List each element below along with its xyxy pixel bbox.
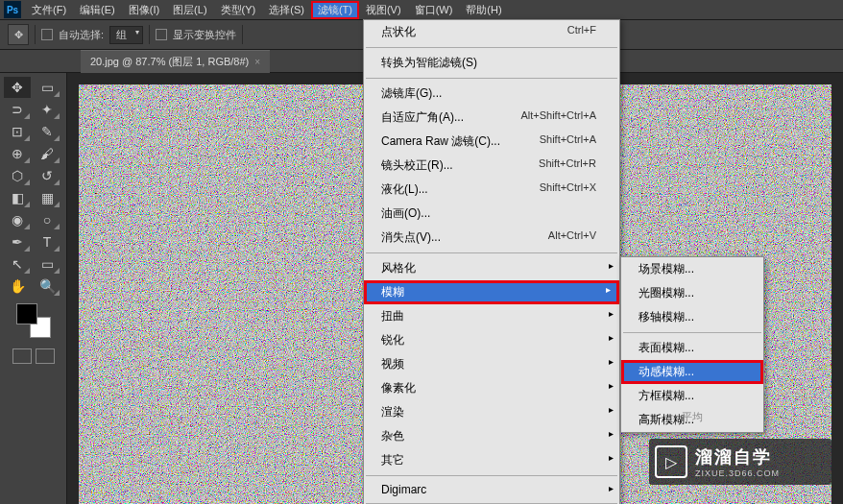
menu-file[interactable]: 文件(F)	[25, 1, 73, 19]
type-tool[interactable]: T	[34, 231, 60, 252]
submenu-item-surface-blur[interactable]: 表面模糊...	[621, 336, 763, 360]
standard-mode-icon[interactable]	[12, 348, 32, 364]
filter-menu: 点状化 Ctrl+F 转换为智能滤镜(S) 滤镜库(G)... 自适应广角(A)…	[363, 19, 620, 504]
zoom-tool[interactable]: 🔍	[34, 276, 60, 297]
menu-item-adaptive-wide[interactable]: 自适应广角(A)... Alt+Shift+Ctrl+A	[364, 106, 619, 130]
menu-image[interactable]: 图像(I)	[122, 1, 166, 19]
dodge-tool[interactable]: ○	[34, 209, 60, 230]
watermark-title: 溜溜自学	[695, 445, 780, 468]
auto-select-dropdown[interactable]: 组	[109, 26, 143, 44]
submenu-item-motion-blur[interactable]: 动感模糊...	[621, 360, 763, 384]
menu-item-vanishing-point[interactable]: 消失点(V)... Alt+Ctrl+V	[364, 226, 619, 250]
menu-item-render[interactable]: 渲染	[364, 400, 619, 424]
menu-item-blur[interactable]: 模糊	[364, 280, 619, 304]
history-brush-tool[interactable]: ↺	[34, 165, 60, 186]
show-transform-checkbox[interactable]	[156, 29, 167, 40]
clone-stamp-tool[interactable]: ⬡	[4, 165, 31, 186]
menu-item-liquify[interactable]: 液化(L)... Shift+Ctrl+X	[364, 178, 619, 202]
menu-item-noise[interactable]: 杂色	[364, 424, 619, 448]
move-tool[interactable]: ✥	[4, 77, 31, 98]
eyedropper-tool[interactable]: ✎	[34, 121, 60, 142]
menu-filter[interactable]: 滤镜(T)	[311, 1, 359, 19]
path-selection-tool[interactable]: ↖	[4, 253, 31, 275]
menu-select[interactable]: 选择(S)	[262, 1, 311, 19]
menu-type[interactable]: 类型(Y)	[214, 1, 263, 19]
lasso-tool[interactable]: ⊃	[4, 99, 31, 120]
shape-tool[interactable]: ▭	[34, 253, 60, 275]
watermark-url: ZIXUE.3D66.COM	[695, 468, 780, 478]
quick-mask-icon[interactable]	[36, 348, 55, 364]
menubar: Ps 文件(F) 编辑(E) 图像(I) 图层(L) 类型(Y) 选择(S) 滤…	[0, 0, 843, 19]
submenu-item-field-blur[interactable]: 场景模糊...	[621, 257, 763, 281]
menu-layer[interactable]: 图层(L)	[166, 1, 213, 19]
menu-help[interactable]: 帮助(H)	[459, 1, 508, 19]
auto-select-checkbox[interactable]	[41, 29, 53, 40]
blur-submenu: 场景模糊... 光圈模糊... 移轴模糊... 表面模糊... 动感模糊... …	[620, 256, 764, 433]
watermark: ▷ 溜溜自学 ZIXUE.3D66.COM	[649, 439, 831, 485]
submenu-item-iris-blur[interactable]: 光圈模糊...	[621, 281, 763, 305]
menu-item-convert-smart[interactable]: 转换为智能滤镜(S)	[364, 51, 619, 75]
eraser-tool[interactable]: ◧	[4, 187, 31, 208]
magic-wand-tool[interactable]: ✦	[34, 99, 60, 120]
auto-select-label: 自动选择:	[59, 28, 104, 42]
menu-item-camera-raw[interactable]: Camera Raw 滤镜(C)... Shift+Ctrl+A	[364, 130, 619, 154]
blur-tool[interactable]: ◉	[4, 209, 31, 230]
tab-title: 20.jpg @ 87.7% (图层 1, RGB/8#)	[90, 55, 249, 69]
menu-item-other[interactable]: 其它	[364, 448, 619, 472]
menu-item-digimarc[interactable]: Digimarc	[364, 479, 619, 500]
menu-item-oil-paint[interactable]: 油画(O)...	[364, 202, 619, 226]
color-swatches[interactable]	[4, 298, 62, 344]
menu-item-filter-gallery[interactable]: 滤镜库(G)...	[364, 82, 619, 106]
submenu-item-average[interactable]: 平均	[682, 410, 703, 424]
pen-tool[interactable]: ✒	[4, 231, 31, 252]
menu-edit[interactable]: 编辑(E)	[73, 1, 122, 19]
foreground-color[interactable]	[16, 303, 37, 324]
menu-item-video[interactable]: 视频	[364, 352, 619, 376]
move-tool-icon[interactable]: ✥	[8, 24, 29, 45]
submenu-item-tilt-shift[interactable]: 移轴模糊...	[621, 305, 763, 329]
hand-tool[interactable]: ✋	[4, 276, 31, 297]
menu-view[interactable]: 视图(V)	[359, 1, 408, 19]
healing-brush-tool[interactable]: ⊕	[4, 143, 31, 164]
photoshop-logo: Ps	[4, 1, 21, 18]
gradient-tool[interactable]: ▦	[34, 187, 60, 208]
marquee-tool[interactable]: ▭	[34, 77, 60, 98]
menu-item-distort[interactable]: 扭曲	[364, 304, 619, 328]
submenu-item-box-blur[interactable]: 方框模糊...	[621, 384, 763, 408]
crop-tool[interactable]: ⊡	[4, 121, 31, 142]
toolbox: ✥ ▭ ⊃ ✦ ⊡ ✎ ⊕ 🖌 ⬡ ↺ ◧ ▦ ◉ ○ ✒ T ↖ ▭ ✋ 🔍	[0, 73, 67, 504]
close-icon[interactable]: ×	[254, 57, 260, 67]
show-transform-label: 显示变换控件	[173, 28, 236, 42]
menu-item-pixelate[interactable]: 像素化	[364, 376, 619, 400]
menu-item-stylize[interactable]: 风格化	[364, 256, 619, 280]
document-tab[interactable]: 20.jpg @ 87.7% (图层 1, RGB/8#) ×	[81, 50, 270, 73]
brush-tool[interactable]: 🖌	[34, 143, 60, 164]
menu-item-sharpen[interactable]: 锐化	[364, 328, 619, 352]
menu-item-last-filter[interactable]: 点状化 Ctrl+F	[364, 20, 619, 44]
play-icon: ▷	[655, 445, 687, 478]
menu-item-lens-correction[interactable]: 镜头校正(R)... Shift+Ctrl+R	[364, 154, 619, 178]
menu-window[interactable]: 窗口(W)	[408, 1, 460, 19]
